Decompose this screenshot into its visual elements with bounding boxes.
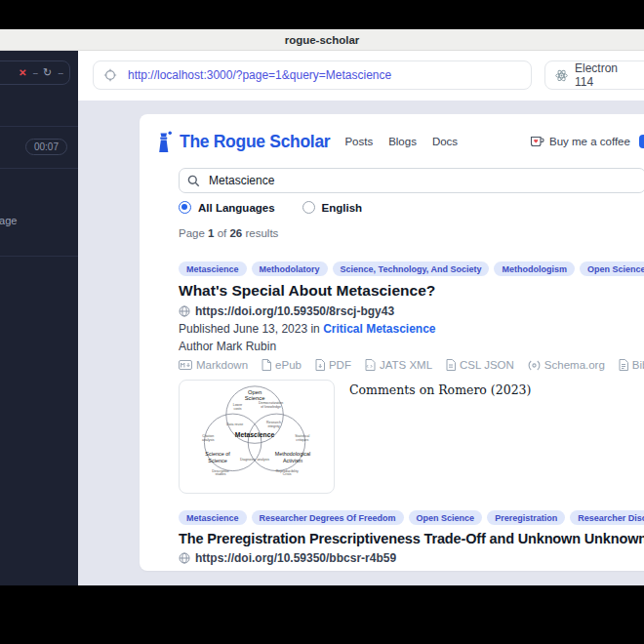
- content-card: The Rogue Scholar Posts Blogs Docs Buy m: [140, 114, 644, 571]
- header-edge-icon[interactable]: [639, 135, 644, 148]
- screen: rogue-scholar Electron 114: [0, 0, 644, 644]
- download-jats-xml[interactable]: JATS XML: [365, 359, 432, 371]
- tag[interactable]: Researcher Degrees Of Freedom: [252, 510, 404, 525]
- nav-docs[interactable]: Docs: [432, 136, 458, 147]
- close-icon[interactable]: ✕: [19, 67, 26, 78]
- svg-text:studies: studies: [215, 472, 225, 476]
- download-bibtex[interactable]: BibTex: [619, 359, 644, 371]
- site-nav: Posts Blogs Docs: [344, 136, 458, 147]
- tag[interactable]: Metascience: [179, 262, 247, 276]
- site-header: The Rogue Scholar Posts Blogs Docs Buy m: [179, 128, 644, 155]
- post-published-row: Published June 6, 2023 in Critical Metas…: [179, 569, 644, 571]
- globe-icon: [179, 552, 190, 564]
- radio-label: English: [322, 202, 363, 214]
- globe-icon: [179, 305, 190, 317]
- page-number: 1: [208, 227, 214, 239]
- search-icon: [187, 175, 200, 187]
- doi-link[interactable]: https://doi.org/10.59350/8rscj-bgy43: [195, 304, 394, 318]
- svg-text:of knowledge: of knowledge: [261, 405, 281, 409]
- window-title: rogue-scholar: [285, 34, 360, 46]
- post-figure: Open Science Lower costs Democratization…: [179, 380, 644, 494]
- svg-text:Crisis: Crisis: [283, 472, 292, 476]
- tag[interactable]: Science, Technology, And Society: [333, 262, 490, 276]
- divider: [0, 168, 78, 169]
- timer-badge: 00:07: [25, 139, 67, 155]
- electron-atom-icon: [555, 69, 568, 82]
- radio-label: All Languages: [198, 202, 275, 214]
- url-input[interactable]: [126, 67, 521, 83]
- window-titlebar: rogue-scholar: [0, 29, 644, 51]
- browser-version-button[interactable]: Electron 114: [544, 60, 644, 90]
- svg-text:Data reuse: Data reuse: [226, 423, 243, 426]
- svg-text:Diagnostic analysis: Diagnostic analysis: [240, 458, 269, 462]
- radio-all-languages[interactable]: All Languages: [179, 201, 275, 214]
- results-summary: Page 1 of 26 results: [179, 227, 644, 239]
- post-doi-row: https://doi.org/10.59350/8rscj-bgy43: [179, 304, 644, 318]
- radio-selected-icon: [179, 201, 191, 214]
- url-bar[interactable]: [93, 60, 532, 90]
- author-name: Mark Rubin: [217, 340, 276, 353]
- tag[interactable]: Researcher Discretion: [570, 510, 644, 525]
- site-title[interactable]: The Rogue Scholar: [180, 132, 330, 152]
- coffee-label: Buy me a coffee: [549, 136, 630, 147]
- download-epub[interactable]: ePub: [262, 359, 302, 371]
- svg-text:Science of: Science of: [205, 451, 230, 457]
- post-title[interactable]: The Preregistration Prescriptiveness Tra…: [179, 531, 644, 546]
- doi-link[interactable]: https://doi.org/10.59350/bbcsr-r4b59: [195, 551, 396, 565]
- post-doi-row: https://doi.org/10.59350/bbcsr-r4b59: [179, 551, 644, 565]
- browser-version-label: Electron 114: [575, 61, 637, 89]
- download-markdown[interactable]: Markdown: [179, 359, 248, 371]
- svg-text:costs: costs: [233, 407, 241, 411]
- tag[interactable]: Open Science: [580, 262, 644, 276]
- svg-text:Methodological: Methodological: [275, 451, 311, 457]
- nav-blogs[interactable]: Blogs: [388, 136, 417, 147]
- post-tags: Metascience Researcher Degrees Of Freedo…: [179, 510, 644, 525]
- venn-diagram-image: Open Science Lower costs Democratization…: [179, 380, 335, 494]
- language-filter: All Languages English: [179, 201, 644, 214]
- rogue-scholar-logo-icon[interactable]: [156, 131, 173, 153]
- tag[interactable]: Methodolatory: [252, 262, 328, 276]
- post-author-row: Author Mark Rubin: [179, 340, 644, 353]
- search-input[interactable]: [207, 173, 637, 188]
- svg-text:Science: Science: [208, 458, 226, 463]
- tag[interactable]: Open Science: [409, 510, 483, 525]
- post-tags: Metascience Methodolatory Science, Techn…: [179, 262, 644, 276]
- radio-english[interactable]: English: [302, 201, 363, 214]
- search-box[interactable]: [179, 168, 644, 193]
- dash-label: --: [58, 67, 62, 78]
- page-label: page: [0, 215, 17, 226]
- nav-posts[interactable]: Posts: [344, 136, 373, 147]
- svg-text:analysis: analysis: [202, 438, 215, 442]
- svg-text:Activism: Activism: [283, 458, 303, 463]
- divider: [0, 126, 78, 127]
- browser-toolbar: Electron 114: [78, 51, 644, 101]
- download-pdf[interactable]: PDF: [315, 359, 351, 371]
- buy-me-a-coffee-link[interactable]: Buy me a coffee: [530, 136, 630, 147]
- reload-icon[interactable]: ↻: [43, 66, 52, 79]
- panel-controls: ✕ -- ↻ --: [0, 60, 70, 85]
- post-published-row: Published June 13, 2023 in Critical Meta…: [179, 322, 644, 336]
- blog-link[interactable]: Critical Metascience: [316, 569, 428, 571]
- svg-text:integrity: integrity: [267, 424, 280, 428]
- svg-text:Open: Open: [248, 389, 262, 395]
- browser-viewport: The Rogue Scholar Posts Blogs Docs Buy m: [78, 101, 644, 585]
- target-icon: [103, 68, 117, 82]
- svg-text:critiques: critiques: [296, 438, 308, 442]
- radio-unselected-icon: [302, 201, 315, 214]
- coffee-cup-icon: [530, 136, 544, 147]
- download-schema-org[interactable]: Schema.org: [528, 359, 605, 371]
- tag[interactable]: Metascience: [179, 510, 247, 525]
- tag[interactable]: Methodologism: [494, 262, 575, 276]
- tag[interactable]: Preregistration: [487, 510, 565, 525]
- post-download-links: Markdown ePub PDF JATS XML CSL JSON Sche…: [179, 359, 644, 371]
- dash-label: --: [32, 67, 37, 78]
- divider: [0, 256, 78, 257]
- download-csl-json[interactable]: CSL JSON: [446, 359, 514, 371]
- total-pages: 26: [229, 227, 242, 239]
- post-title[interactable]: What's Special About Metascience?: [179, 282, 644, 300]
- figure-caption: Comments on Romero (2023): [349, 382, 531, 397]
- blog-link[interactable]: Critical Metascience: [323, 322, 435, 336]
- left-panel: ✕ -- ↻ -- 00:07 page: [0, 51, 78, 585]
- svg-text:Metascience: Metascience: [235, 431, 275, 438]
